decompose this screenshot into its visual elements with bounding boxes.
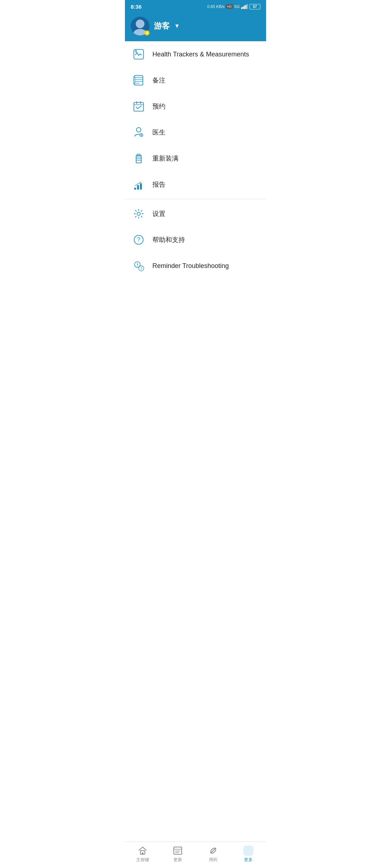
svg-rect-18 (136, 155, 141, 163)
svg-point-0 (136, 20, 144, 28)
menu-item-appointments[interactable]: 预约 (125, 93, 266, 119)
app-header: ★ 游客 ▼ (125, 13, 266, 41)
status-bar: 8:36 0.65 KB/s HD 5G 57 (125, 0, 266, 13)
menu-content: Health Trackers & Measurements 备注 (125, 41, 266, 304)
menu-label-notes: 备注 (152, 76, 165, 85)
refill-icon (132, 152, 145, 165)
svg-rect-24 (137, 185, 139, 190)
menu-label-help: 帮助和支持 (152, 235, 185, 244)
svg-point-30 (137, 266, 138, 267)
menu-item-reports[interactable]: 报告 (125, 171, 266, 197)
svg-text:?: ? (137, 237, 140, 243)
doctor-icon (132, 126, 145, 139)
menu-label-refill: 重新装满 (152, 154, 178, 163)
menu-item-help[interactable]: ? 帮助和支持 (125, 227, 266, 253)
notes-icon (132, 74, 145, 87)
menu-item-doctor[interactable]: 医生 (125, 119, 266, 145)
signal-icon (241, 4, 248, 9)
svg-rect-4 (134, 76, 143, 85)
svg-rect-23 (134, 188, 136, 190)
appointments-icon (132, 100, 145, 113)
menu-item-settings[interactable]: 设置 (125, 201, 266, 227)
username-label: 游客 (154, 21, 170, 31)
status-right: 0.65 KB/s HD 5G 57 (207, 4, 260, 9)
svg-rect-25 (140, 183, 142, 190)
battery-indicator: 57 (249, 4, 260, 9)
avatar-container[interactable]: ★ (131, 17, 150, 35)
dropdown-chevron-icon[interactable]: ▼ (174, 23, 180, 29)
svg-rect-10 (134, 102, 144, 111)
network-speed: 0.65 KB/s (207, 4, 225, 9)
menu-label-reports: 报告 (152, 180, 165, 189)
menu-label-doctor: 医生 (152, 128, 165, 137)
menu-list: Health Trackers & Measurements 备注 (125, 41, 266, 197)
menu-label-settings: 设置 (152, 209, 165, 218)
menu-item-reminder[interactable]: Reminder Troubleshooting (125, 253, 266, 279)
menu-label-appointments: 预约 (152, 102, 165, 111)
help-icon: ? (132, 233, 145, 246)
menu-item-health-trackers[interactable]: Health Trackers & Measurements (125, 41, 266, 67)
menu-divider (125, 199, 266, 199)
svg-rect-9 (134, 77, 135, 84)
secondary-menu-list: 设置 ? 帮助和支持 (125, 201, 266, 279)
menu-item-notes[interactable]: 备注 (125, 67, 266, 93)
network-type: 5G (234, 4, 240, 9)
svg-point-14 (136, 128, 141, 132)
menu-label-health-trackers: Health Trackers & Measurements (152, 51, 249, 58)
avatar-star-icon: ★ (144, 30, 150, 35)
svg-point-26 (137, 212, 140, 216)
health-tracker-icon (132, 48, 145, 61)
menu-item-refill[interactable]: 重新装满 (125, 145, 266, 171)
svg-point-33 (141, 269, 142, 270)
settings-icon (132, 207, 145, 220)
menu-label-reminder: Reminder Troubleshooting (152, 262, 229, 270)
reports-icon (132, 178, 145, 191)
status-time: 8:36 (131, 4, 142, 10)
hd-badge: HD (226, 4, 233, 9)
reminder-troubleshoot-icon (132, 259, 145, 272)
